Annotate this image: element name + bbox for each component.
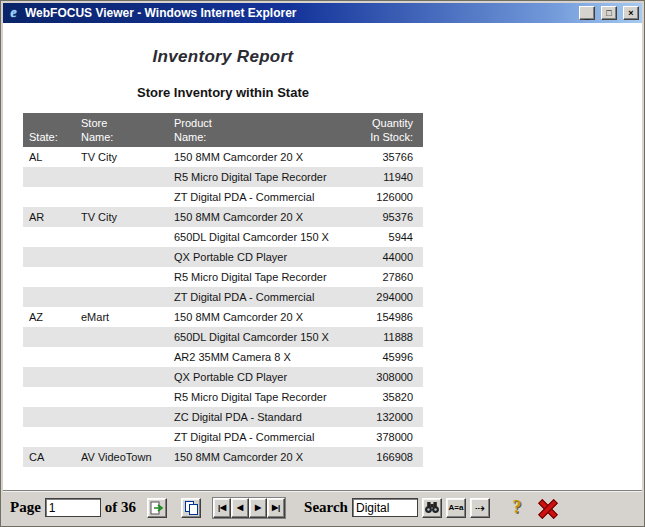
inventory-table-body: ALTV City150 8MM Camcorder 20 X35766R5 M… [23, 147, 423, 467]
next-page-icon: ▶ [255, 503, 261, 512]
quantity-cell: 294000 [345, 287, 423, 307]
store-cell: TV City [75, 207, 168, 227]
col-header-quantity: Quantity In Stock: [345, 113, 423, 147]
minimize-icon: _ [584, 12, 589, 21]
state-cell: AR [23, 207, 75, 227]
table-row: ZT Digital PDA - Commercial126000 [23, 187, 423, 207]
store-cell [75, 227, 168, 247]
product-cell: 150 8MM Camcorder 20 X [168, 147, 345, 167]
search-input[interactable] [352, 498, 418, 517]
state-cell [23, 427, 75, 447]
help-button[interactable]: ? [508, 497, 526, 518]
product-cell: 150 8MM Camcorder 20 X [168, 447, 345, 467]
last-page-button[interactable]: ▶| [267, 498, 285, 518]
product-cell: R5 Micro Digital Tape Recorder [168, 167, 345, 187]
table-row: AR2 35MM Camera 8 X45996 [23, 347, 423, 367]
store-cell [75, 247, 168, 267]
state-cell [23, 387, 75, 407]
goto-page-icon [150, 501, 164, 515]
quantity-cell: 27860 [345, 267, 423, 287]
quantity-cell: 35820 [345, 387, 423, 407]
state-cell: AL [23, 147, 75, 167]
state-cell [23, 347, 75, 367]
store-cell [75, 167, 168, 187]
state-cell [23, 327, 75, 347]
product-cell: ZT Digital PDA - Commercial [168, 187, 345, 207]
table-row: AZeMart150 8MM Camcorder 20 X154986 [23, 307, 423, 327]
next-page-button[interactable]: ▶ [249, 498, 267, 518]
page-navigation-group: |◀ ◀ ▶ ▶| [212, 497, 286, 519]
col-header-state: State: [23, 113, 75, 147]
quantity-cell: 44000 [345, 247, 423, 267]
window-titlebar: e WebFOCUS Viewer - Windows Internet Exp… [3, 3, 642, 23]
match-case-button[interactable]: A=a [446, 498, 466, 518]
previous-page-button[interactable]: ◀ [231, 498, 249, 518]
state-cell [23, 167, 75, 187]
search-direction-button[interactable]: ⇢ [470, 498, 490, 518]
table-row: ZT Digital PDA - Commercial378000 [23, 427, 423, 447]
find-button[interactable] [422, 498, 442, 518]
pages-icon [184, 500, 199, 515]
match-case-icon: A=a [449, 503, 464, 512]
product-cell: ZT Digital PDA - Commercial [168, 287, 345, 307]
page-label: Page [10, 499, 41, 516]
col-header-product-name: Product Name: [168, 113, 345, 147]
table-row: R5 Micro Digital Tape Recorder11940 [23, 167, 423, 187]
quantity-cell: 378000 [345, 427, 423, 447]
page-count-label: of 36 [105, 499, 136, 516]
maximize-icon: □ [606, 9, 611, 18]
quantity-cell: 5944 [345, 227, 423, 247]
store-cell [75, 287, 168, 307]
maximize-button[interactable]: □ [601, 6, 617, 20]
state-cell [23, 287, 75, 307]
pages-button[interactable] [181, 498, 201, 518]
table-row: QX Portable CD Player44000 [23, 247, 423, 267]
quantity-cell: 308000 [345, 367, 423, 387]
store-cell [75, 267, 168, 287]
quantity-cell: 45996 [345, 347, 423, 367]
quantity-cell: 132000 [345, 407, 423, 427]
table-row: ZC Digital PDA - Standard132000 [23, 407, 423, 427]
quantity-cell: 166908 [345, 447, 423, 467]
state-cell [23, 227, 75, 247]
minimize-button[interactable]: _ [579, 6, 595, 20]
inventory-table: State: Store Name: Product Name: Quantit… [23, 113, 423, 467]
state-cell [23, 187, 75, 207]
product-cell: R5 Micro Digital Tape Recorder [168, 267, 345, 287]
report-content-area: Inventory Report Store Inventory within … [3, 23, 642, 490]
close-window-button[interactable]: × [623, 6, 639, 20]
search-direction-icon: ⇢ [475, 501, 485, 515]
goto-page-button[interactable] [147, 498, 167, 518]
product-cell: QX Portable CD Player [168, 367, 345, 387]
table-row: R5 Micro Digital Tape Recorder35820 [23, 387, 423, 407]
store-cell [75, 187, 168, 207]
last-page-icon: ▶| [272, 503, 280, 512]
report-title: Inventory Report [23, 47, 423, 67]
first-page-button[interactable]: |◀ [213, 498, 231, 518]
page-number-input[interactable] [45, 498, 101, 517]
table-row: 650DL Digital Camcorder 150 X11888 [23, 327, 423, 347]
product-cell: ZC Digital PDA - Standard [168, 407, 345, 427]
binoculars-icon [424, 501, 440, 514]
store-cell [75, 367, 168, 387]
quantity-cell: 154986 [345, 307, 423, 327]
state-cell [23, 407, 75, 427]
webfocus-viewer-window: e WebFOCUS Viewer - Windows Internet Exp… [0, 0, 645, 527]
product-cell: 650DL Digital Camcorder 150 X [168, 327, 345, 347]
store-cell: eMart [75, 307, 168, 327]
first-page-icon: |◀ [218, 503, 226, 512]
store-cell [75, 407, 168, 427]
previous-page-icon: ◀ [237, 503, 243, 512]
state-cell: AZ [23, 307, 75, 327]
quantity-cell: 11888 [345, 327, 423, 347]
store-cell [75, 427, 168, 447]
state-cell [23, 367, 75, 387]
product-cell: 650DL Digital Camcorder 150 X [168, 227, 345, 247]
quantity-cell: 35766 [345, 147, 423, 167]
search-label: Search [304, 499, 348, 516]
window-title: WebFOCUS Viewer - Windows Internet Explo… [25, 6, 573, 20]
table-row: ALTV City150 8MM Camcorder 20 X35766 [23, 147, 423, 167]
close-viewer-button[interactable] [537, 498, 557, 518]
table-row: QX Portable CD Player308000 [23, 367, 423, 387]
col-header-store-name: Store Name: [75, 113, 168, 147]
